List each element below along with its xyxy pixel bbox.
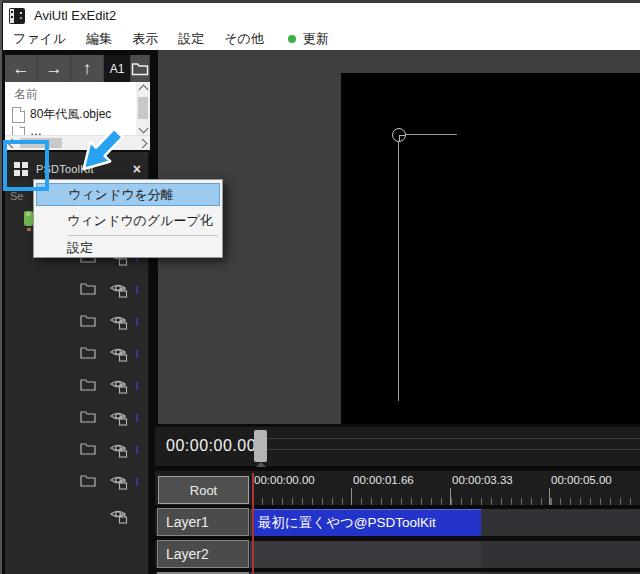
eye-lock-icon[interactable] (110, 409, 128, 426)
file-name-partial: … (30, 126, 42, 135)
scrubber-handle[interactable] (254, 430, 267, 462)
dock-context-menu: ウィンドウを分離 ウィンドウのグループ化 設定 (33, 179, 223, 258)
eye-lock-icon[interactable] (110, 313, 128, 330)
annotation-highlight-square (3, 140, 49, 191)
update-label: 更新 (303, 30, 329, 48)
track-area-layer2-far[interactable] (481, 541, 640, 568)
up-arrow-icon: ↑ (83, 59, 92, 79)
current-timecode: 00:00:00.00 (166, 437, 256, 455)
track-area-layer1-far[interactable] (481, 509, 640, 536)
selection-dash (136, 350, 138, 358)
app-icon (9, 8, 25, 24)
vertical-scroll-thumb[interactable] (138, 97, 148, 119)
layer-row[interactable] (5, 506, 149, 526)
ruler-major-tick (351, 488, 352, 505)
ruler-label: 00:00:03.33 (452, 474, 513, 486)
eye-lock-icon[interactable] (110, 473, 128, 490)
file-list-item-partial[interactable]: … (12, 126, 42, 135)
layer-row[interactable] (5, 344, 149, 364)
layer-row[interactable] (5, 280, 149, 300)
eye-lock-icon[interactable] (110, 377, 128, 394)
ruler-major-tick (549, 488, 550, 505)
menu-view[interactable]: 表示 (122, 28, 168, 50)
annotation-arrow-icon (86, 124, 142, 186)
window-left-edge (0, 0, 2, 574)
selection-dash (136, 286, 138, 294)
anchor-vertical-line (398, 142, 399, 401)
scrubber-bar: 00:00:00.00 (155, 427, 640, 466)
folder-icon[interactable] (80, 474, 96, 487)
ruler-minor-ticks[interactable] (252, 498, 640, 505)
anchor-corner-mark (399, 135, 405, 141)
anchor-horizontal-line (406, 134, 457, 135)
menu-item-settings[interactable]: 設定 (36, 236, 220, 259)
file-list-item[interactable]: 80年代風.objec (12, 106, 111, 123)
title-bar: AviUtl ExEdit2 (3, 3, 640, 28)
ruler-major-tick (450, 488, 451, 505)
timeline-clip[interactable]: 最初に置くやつ@PSDToolKit (253, 509, 481, 536)
track-area-layer2[interactable] (250, 541, 481, 568)
menu-settings[interactable]: 設定 (168, 28, 214, 50)
menu-item-detach-window[interactable]: ウィンドウを分離 (36, 183, 220, 206)
layer-row[interactable] (5, 440, 149, 460)
root-button[interactable]: Root (158, 476, 249, 504)
scroll-up-icon[interactable] (139, 85, 149, 95)
eye-lock-icon[interactable] (110, 507, 128, 524)
scrubber-track[interactable] (267, 449, 640, 450)
menu-update[interactable]: 更新 (288, 30, 329, 48)
ruler-label: 00:00:01.66 (353, 474, 414, 486)
playhead[interactable] (252, 473, 254, 574)
app-window: AviUtl ExEdit2 ファイル 編集 表示 設定 その他 更新 ← → … (0, 0, 640, 574)
folder-icon[interactable] (80, 282, 96, 295)
layer2-button[interactable]: Layer2 (157, 540, 249, 568)
folder-icon[interactable] (80, 314, 96, 327)
selection-dash (136, 382, 138, 390)
back-button[interactable]: ← (5, 55, 38, 82)
folder-icon[interactable] (80, 346, 96, 359)
up-button[interactable]: ↑ (71, 55, 104, 82)
scrubber-track[interactable] (267, 438, 640, 439)
selection-dash (136, 318, 138, 326)
selection-dash (136, 446, 138, 454)
timeline-panel: Root 00:00:00.00 00:00:01.66 00:00:03.33… (155, 471, 640, 574)
file-toolbar: ← → ↑ A1 (5, 55, 150, 82)
forward-button[interactable]: → (38, 55, 71, 82)
layer-row[interactable] (5, 472, 149, 492)
eye-lock-icon[interactable] (110, 345, 128, 362)
column-header-name[interactable]: 名前 (14, 86, 38, 103)
scrubber-notch-icon (256, 462, 266, 467)
selection-dash (136, 414, 138, 422)
layer-row[interactable] (5, 408, 149, 428)
video-canvas[interactable] (341, 73, 640, 424)
menu-edit[interactable]: 編集 (76, 28, 122, 50)
update-status-icon (288, 35, 296, 43)
menu-item-group-windows[interactable]: ウィンドウのグループ化 (36, 209, 220, 232)
document-icon (12, 107, 25, 123)
document-icon (12, 126, 25, 135)
window-title: AviUtl ExEdit2 (34, 8, 116, 23)
layer-thumbnail[interactable] (24, 211, 33, 226)
menu-bar: ファイル 編集 表示 設定 その他 更新 (3, 28, 640, 50)
menu-file[interactable]: ファイル (3, 28, 76, 50)
folder-icon[interactable] (80, 378, 96, 391)
folder-button[interactable] (131, 55, 150, 82)
layer-row[interactable] (5, 312, 149, 332)
file-name: 80年代風.objec (30, 106, 111, 123)
ruler-label: 00:00:05.00 (551, 474, 612, 486)
folder-icon (131, 62, 149, 76)
layer1-button[interactable]: Layer1 (157, 508, 249, 536)
eye-lock-icon[interactable] (110, 281, 128, 298)
forward-arrow-icon: → (46, 59, 63, 79)
selection-dash (136, 478, 138, 486)
folder-icon[interactable] (80, 442, 96, 455)
menu-other[interactable]: その他 (214, 28, 274, 50)
preview-panel (158, 50, 640, 424)
eye-lock-icon[interactable] (110, 441, 128, 458)
partial-sidebar-label: Se (10, 190, 23, 202)
back-arrow-icon: ← (13, 59, 30, 79)
ruler-label: 00:00:00.00 (254, 474, 315, 486)
a1-button[interactable]: A1 (104, 55, 131, 82)
folder-icon[interactable] (80, 410, 96, 423)
layer-row[interactable] (5, 376, 149, 396)
